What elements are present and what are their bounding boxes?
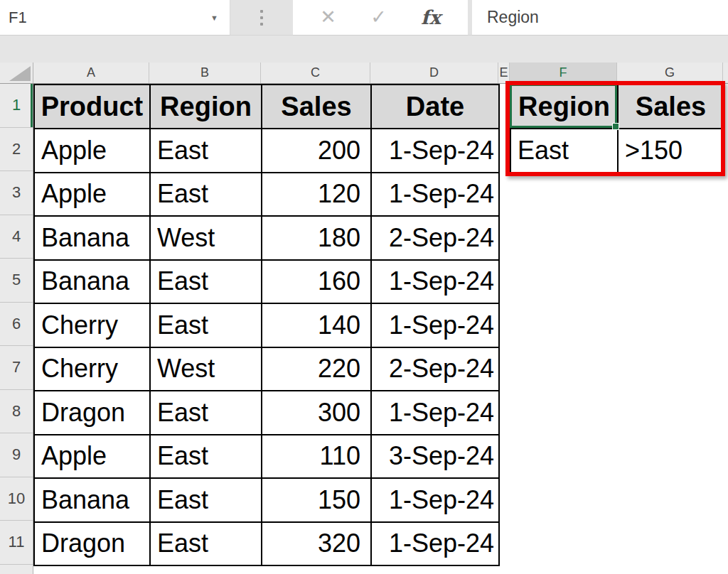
column-header-d[interactable]: D (370, 63, 498, 83)
cell[interactable]: 1-Sep-24 (371, 522, 499, 566)
cell[interactable]: East (150, 129, 262, 173)
table-row: DragonEast3001-Sep-24 (34, 391, 499, 435)
select-all-button[interactable] (0, 63, 33, 83)
table-row: AppleEast1201-Sep-24 (34, 173, 499, 217)
row-header-11[interactable]: 11 (0, 521, 33, 565)
name-box[interactable]: F1 ▼ (0, 0, 230, 36)
header-cell-sales[interactable]: Sales (262, 85, 371, 129)
cell[interactable]: Apple (34, 435, 150, 479)
grip-dots-icon (260, 10, 263, 26)
formula-bar-grip[interactable] (230, 0, 293, 36)
formula-value: Region (487, 8, 539, 27)
header-cell-product[interactable]: Product (34, 85, 150, 129)
select-all-triangle-icon (9, 66, 31, 81)
row-header-3[interactable]: 3 (0, 171, 33, 215)
cell[interactable]: East (150, 260, 262, 304)
row-header-6[interactable]: 6 (0, 303, 33, 347)
table-row: BananaEast1601-Sep-24 (34, 260, 499, 304)
cell[interactable]: East (150, 435, 262, 479)
excel-window: F1 ▼ ✕ ✓ fx Region ABCDEFG 1234567891011 (0, 0, 728, 574)
column-header-b[interactable]: B (149, 63, 261, 83)
cell[interactable]: 120 (262, 173, 371, 217)
cell[interactable]: 140 (262, 303, 371, 347)
row-header-4[interactable]: 4 (0, 215, 33, 259)
cell[interactable]: Banana (34, 260, 150, 304)
cell[interactable]: East (150, 478, 262, 522)
header-cell-region[interactable]: Region (150, 85, 262, 129)
row-header-partial (0, 565, 33, 573)
row-header-1[interactable]: 1 (0, 84, 33, 128)
column-header-g[interactable]: G (617, 63, 723, 83)
column-header-c[interactable]: C (261, 63, 370, 83)
table-row: CherryEast1401-Sep-24 (34, 303, 499, 347)
cell[interactable]: 3-Sep-24 (371, 435, 499, 479)
cell[interactable]: West (150, 347, 262, 391)
column-header-f[interactable]: F (510, 63, 617, 83)
cell[interactable]: 220 (262, 347, 371, 391)
cell[interactable]: Dragon (34, 522, 150, 566)
insert-function-icon[interactable]: fx (421, 8, 441, 27)
table-row: AppleEast1103-Sep-24 (34, 435, 499, 479)
row-header-5[interactable]: 5 (0, 259, 33, 303)
cell[interactable]: 2-Sep-24 (371, 347, 499, 391)
cell[interactable]: East (150, 391, 262, 435)
table-row: AppleEast2001-Sep-24 (34, 129, 499, 173)
cell[interactable]: 200 (262, 129, 371, 173)
cell[interactable]: Apple (34, 173, 150, 217)
cell[interactable]: Banana (34, 478, 150, 522)
cell[interactable]: 1-Sep-24 (371, 391, 499, 435)
row-header-9[interactable]: 9 (0, 433, 33, 477)
cell[interactable]: East (150, 303, 262, 347)
name-box-value: F1 (9, 9, 210, 27)
cell[interactable]: East (150, 522, 262, 566)
data-table: ProductRegionSalesDateAppleEast2001-Sep-… (33, 84, 500, 566)
cell[interactable]: Cherry (34, 303, 150, 347)
row-header-10[interactable]: 10 (0, 477, 33, 521)
cell[interactable]: 1-Sep-24 (371, 303, 499, 347)
row-header-8[interactable]: 8 (0, 390, 33, 434)
cell[interactable]: Banana (34, 216, 150, 260)
table-row: BananaEast1501-Sep-24 (34, 478, 499, 522)
row-header-7[interactable]: 7 (0, 346, 33, 390)
sheet-grid: 1234567891011 ProductRegionSalesDateAppl… (0, 84, 728, 574)
column-header-e[interactable]: E (498, 63, 510, 83)
enter-icon[interactable]: ✓ (370, 8, 387, 27)
formula-bar-area: F1 ▼ ✕ ✓ fx Region (0, 0, 728, 63)
cell[interactable]: Dragon (34, 391, 150, 435)
cell[interactable]: West (150, 216, 262, 260)
cell[interactable]: 160 (262, 260, 371, 304)
cell[interactable]: 1-Sep-24 (371, 173, 499, 217)
row-header-column: 1234567891011 (0, 84, 33, 574)
formula-buttons: ✕ ✓ fx (293, 0, 468, 36)
cell[interactable]: 320 (262, 522, 371, 566)
cell[interactable]: 1-Sep-24 (371, 129, 499, 173)
cell[interactable]: Apple (34, 129, 150, 173)
cell[interactable]: East (150, 173, 262, 217)
table-row: BananaWest1802-Sep-24 (34, 216, 499, 260)
cell[interactable]: 150 (262, 478, 371, 522)
cell[interactable]: Cherry (34, 347, 150, 391)
name-box-dropdown-icon[interactable]: ▼ (210, 13, 223, 22)
header-cell-date[interactable]: Date (371, 85, 499, 129)
cell[interactable]: 300 (262, 391, 371, 435)
cell[interactable]: 1-Sep-24 (371, 478, 499, 522)
annotation-red-box (505, 81, 725, 176)
formula-input[interactable]: Region (472, 0, 728, 36)
column-header-a[interactable]: A (33, 63, 149, 83)
cell[interactable]: 180 (262, 216, 371, 260)
cancel-icon[interactable]: ✕ (320, 8, 336, 27)
column-header-partial (723, 63, 728, 83)
table-row: DragonEast3201-Sep-24 (34, 522, 499, 566)
cell[interactable]: 1-Sep-24 (371, 260, 499, 304)
cell[interactable]: 2-Sep-24 (371, 216, 499, 260)
cell[interactable]: 110 (262, 435, 371, 479)
sheet-cells[interactable]: ProductRegionSalesDateAppleEast2001-Sep-… (33, 84, 728, 574)
row-header-2[interactable]: 2 (0, 128, 33, 172)
table-row: CherryWest2202-Sep-24 (34, 347, 499, 391)
